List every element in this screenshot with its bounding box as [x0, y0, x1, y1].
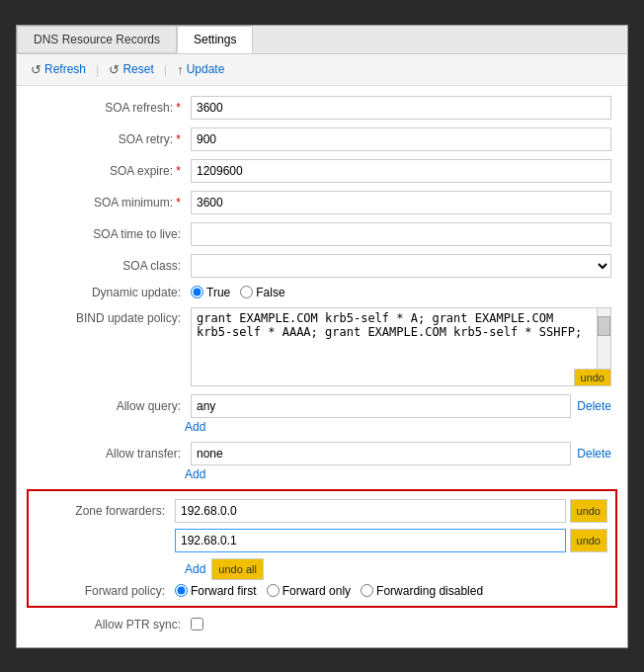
bind-policy-undo-button[interactable]: undo: [574, 369, 611, 386]
dynamic-update-row: Dynamic update: True False: [17, 286, 627, 299]
refresh-icon: [31, 62, 41, 77]
tab-dns-records[interactable]: DNS Resource Records: [17, 26, 177, 53]
dynamic-update-false[interactable]: False: [240, 286, 284, 299]
allow-transfer-delete[interactable]: Delete: [577, 447, 611, 461]
soa-minimum-input[interactable]: [191, 191, 611, 214]
allow-query-input[interactable]: [191, 394, 571, 418]
forward-only-option[interactable]: Forward only: [267, 584, 351, 598]
forwarding-disabled-option[interactable]: Forwarding disabled: [361, 584, 483, 598]
forward-policy-radios: Forward first Forward only Forwarding di…: [175, 584, 483, 598]
allow-query-add[interactable]: Add: [185, 420, 627, 434]
zone-add-row: Add undo all: [185, 558, 607, 580]
zone-forwarders-label: Zone forwarders:: [37, 504, 175, 518]
zone-forwarder-input-2[interactable]: [175, 529, 566, 552]
allow-query-input-row: Delete: [191, 394, 611, 418]
soa-retry-label: SOA retry: *: [33, 132, 191, 146]
allow-ptr-sync-checkbox[interactable]: [191, 618, 203, 630]
bind-update-policy-textarea[interactable]: grant EXAMPLE.COM krb5-self * A; grant E…: [192, 308, 597, 385]
update-button[interactable]: Update: [173, 60, 228, 79]
bind-update-policy-row: BIND update policy: grant EXAMPLE.COM kr…: [17, 307, 627, 386]
soa-expire-row: SOA expire: *: [17, 159, 627, 183]
forwarding-disabled-radio[interactable]: [361, 584, 373, 597]
refresh-button[interactable]: Refresh: [27, 60, 90, 79]
refresh-label: Refresh: [44, 62, 86, 76]
zone-forwarder-undo-all[interactable]: undo all: [211, 558, 264, 580]
zone-forwarder-input-1[interactable]: [175, 499, 566, 523]
soa-retry-input[interactable]: [191, 127, 611, 151]
dynamic-update-false-radio[interactable]: [240, 286, 253, 298]
soa-retry-row: SOA retry: *: [17, 127, 627, 151]
zone-forwarders-box: Zone forwarders: undo undo Add undo all …: [27, 489, 617, 608]
allow-ptr-sync-label: Allow PTR sync:: [33, 618, 191, 631]
soa-ttl-input[interactable]: [191, 222, 611, 246]
dynamic-update-label: Dynamic update:: [33, 286, 191, 299]
forward-policy-row: Forward policy: Forward first Forward on…: [37, 584, 607, 598]
allow-transfer-label: Allow transfer:: [33, 447, 191, 461]
reset-button[interactable]: Reset: [105, 60, 157, 79]
tab-settings[interactable]: Settings: [177, 26, 253, 53]
allow-query-row: Allow query: Delete: [17, 394, 627, 418]
zone-forwarder-row-2: undo: [37, 529, 607, 552]
allow-ptr-sync-row: Allow PTR sync:: [17, 612, 627, 637]
dynamic-update-true[interactable]: True: [191, 286, 230, 299]
tab-bar: DNS Resource Records Settings: [17, 26, 627, 54]
main-window: DNS Resource Records Settings Refresh | …: [16, 25, 628, 648]
soa-refresh-row: SOA refresh: *: [17, 96, 627, 120]
allow-transfer-row: Allow transfer: Delete: [17, 442, 627, 465]
reset-label: Reset: [122, 62, 153, 76]
update-label: Update: [187, 62, 225, 76]
reset-icon: [109, 62, 120, 77]
soa-class-row: SOA class: IN: [17, 254, 627, 278]
soa-minimum-label: SOA minimum: *: [33, 196, 191, 210]
allow-query-label: Allow query:: [33, 399, 191, 413]
dynamic-update-true-radio[interactable]: [191, 286, 203, 298]
sep2: |: [164, 62, 167, 77]
forward-only-radio[interactable]: [267, 584, 280, 597]
soa-refresh-input[interactable]: [191, 96, 611, 120]
zone-forwarder-row-1: Zone forwarders: undo: [37, 499, 607, 523]
zone-forwarder-undo-2[interactable]: undo: [570, 529, 607, 552]
dynamic-update-radios: True False: [191, 286, 285, 299]
soa-class-select[interactable]: IN: [191, 254, 611, 278]
soa-minimum-row: SOA minimum: *: [17, 191, 627, 214]
zone-forwarder-add[interactable]: Add: [185, 562, 205, 576]
allow-query-delete[interactable]: Delete: [577, 399, 611, 413]
bind-policy-container: grant EXAMPLE.COM krb5-self * A; grant E…: [191, 307, 611, 386]
scrollbar-thumb[interactable]: [598, 316, 610, 336]
soa-ttl-row: SOA time to live:: [17, 222, 627, 246]
form-area: SOA refresh: * SOA retry: * SOA expire: …: [17, 86, 627, 647]
forward-first-option[interactable]: Forward first: [175, 584, 257, 598]
zone-forwarder-undo-1[interactable]: undo: [570, 499, 607, 523]
scroll-up: [598, 308, 610, 316]
forward-policy-label: Forward policy:: [37, 584, 175, 598]
soa-class-label: SOA class:: [33, 259, 191, 273]
allow-transfer-input-row: Delete: [191, 442, 611, 465]
forward-first-radio[interactable]: [175, 584, 188, 597]
toolbar: Refresh | Reset | Update: [17, 54, 627, 86]
soa-expire-label: SOA expire: *: [33, 164, 191, 178]
bind-policy-wrapper: grant EXAMPLE.COM krb5-self * A; grant E…: [191, 307, 611, 386]
soa-expire-input[interactable]: [191, 159, 611, 183]
allow-transfer-add[interactable]: Add: [185, 467, 627, 481]
update-icon: [177, 62, 184, 77]
soa-ttl-label: SOA time to live:: [33, 227, 191, 241]
allow-transfer-input[interactable]: [191, 442, 571, 465]
bind-update-policy-label: BIND update policy:: [33, 307, 191, 325]
sep1: |: [96, 62, 99, 77]
soa-refresh-label: SOA refresh: *: [33, 101, 191, 115]
